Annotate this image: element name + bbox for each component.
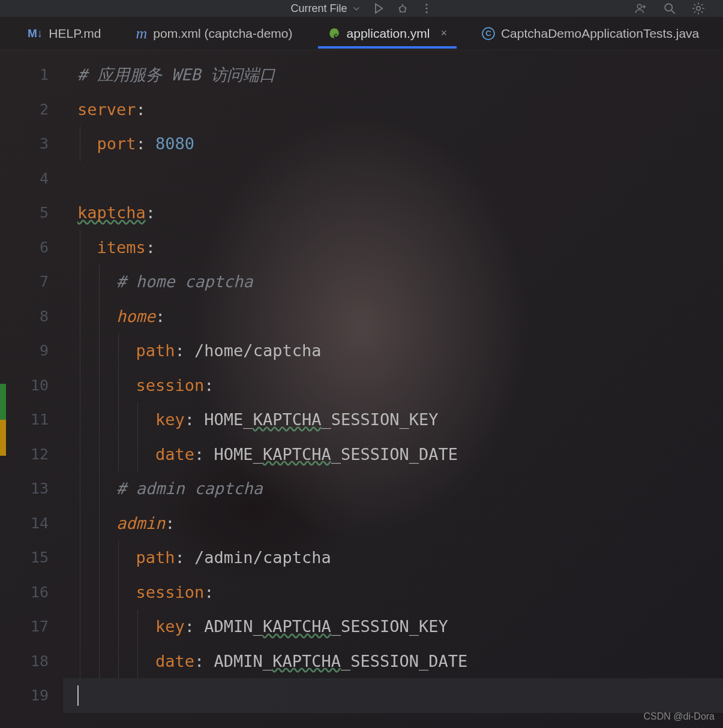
token-colon: : [175, 548, 195, 567]
add-user-icon[interactable] [634, 2, 647, 15]
line-number: 8 [0, 299, 63, 334]
chevron-down-icon [352, 4, 361, 13]
token-number: 8080 [155, 134, 194, 153]
token-key: admin [116, 514, 165, 533]
token-comment: # 应用服务 WEB 访问端口 [77, 64, 275, 86]
line-number: 6 [0, 230, 63, 265]
code-line[interactable]: path: /admin/captcha [63, 540, 723, 575]
code-line[interactable]: # home captcha [63, 264, 723, 299]
tab-application[interactable]: application.yml× [325, 19, 449, 48]
token-colon: : [136, 100, 146, 119]
code-line[interactable]: admin: [63, 506, 723, 541]
line-number: 5 [0, 195, 63, 230]
token-key: path [136, 341, 175, 360]
close-icon[interactable]: × [440, 27, 447, 40]
code-line[interactable]: # 应用服务 WEB 访问端口 [63, 58, 723, 92]
code-line[interactable]: path: /home/captcha [63, 333, 723, 368]
text-cursor [77, 685, 79, 706]
token-colon: : [155, 307, 165, 326]
code-line[interactable]: date: ADMIN_KAPTCHA_SESSION_DATE [63, 644, 723, 679]
line-number: 1 [0, 58, 63, 92]
line-number: 10 [0, 368, 63, 403]
line-number: 18 [0, 644, 63, 679]
line-number: 7 [0, 264, 63, 299]
token-colon: : [204, 583, 214, 601]
line-number: 11 [0, 402, 63, 437]
line-number: 13 [0, 471, 63, 506]
line-number: 16 [0, 575, 63, 610]
code-line[interactable] [63, 161, 723, 196]
token-value: /home/captcha [194, 341, 321, 360]
line-number: 9 [0, 333, 63, 368]
token-value: HOME_KAPTCHA_SESSION_DATE [214, 445, 458, 464]
gutter-marker-green [0, 384, 6, 420]
token-value: /admin/captcha [194, 548, 331, 567]
run-config-label: Current File [290, 2, 347, 15]
token-colon: : [194, 652, 214, 670]
tab-label: pom.xml (captcha-demo) [153, 26, 292, 41]
line-gutter: 12345678910111213141516171819 [0, 50, 63, 728]
code-line[interactable]: items: [63, 230, 723, 265]
gutter-marker-amber [0, 420, 6, 456]
markdown-icon: M↓ [28, 27, 43, 40]
spring-icon [328, 27, 341, 40]
settings-icon[interactable] [692, 2, 705, 15]
code-line[interactable]: session: [63, 575, 723, 610]
search-icon[interactable] [663, 2, 676, 15]
tab-label: HELP.md [49, 26, 101, 41]
code-line[interactable]: key: ADMIN_KAPTCHA_SESSION_KEY [63, 609, 723, 644]
run-icon[interactable] [373, 2, 385, 14]
token-colon: : [175, 341, 195, 360]
token-key: key [155, 410, 185, 429]
token-colon: : [146, 238, 155, 257]
token-colon: : [194, 445, 214, 464]
code-line[interactable]: date: HOME_KAPTCHA_SESSION_DATE [63, 437, 723, 472]
code-line[interactable]: # admin captcha [63, 471, 723, 506]
svg-point-5 [665, 4, 672, 11]
tab-help[interactable]: M↓HELP.md [25, 19, 104, 48]
line-number: 4 [0, 161, 63, 196]
editor-tabs: M↓HELP.mdmpom.xml (captcha-demo)applicat… [0, 17, 723, 50]
debug-icon[interactable] [397, 2, 409, 14]
code-line[interactable]: server: [63, 92, 723, 127]
maven-icon: m [136, 25, 148, 43]
line-number: 12 [0, 437, 63, 472]
more-icon[interactable] [421, 2, 433, 14]
svg-point-3 [425, 11, 427, 13]
svg-point-1 [425, 4, 427, 5]
token-key: session [136, 583, 205, 601]
code-line[interactable]: kaptcha: [63, 195, 723, 230]
tab-captchademoapplicationtests[interactable]: CCaptchaDemoApplicationTests.java [479, 19, 701, 48]
line-number: 3 [0, 127, 63, 161]
token-comment: # home captcha [116, 272, 253, 291]
code-content[interactable]: # 应用服务 WEB 访问端口server: port: 8080kaptcha… [63, 50, 723, 728]
tab-label: CaptchaDemoApplicationTests.java [501, 26, 699, 41]
line-number: 14 [0, 506, 63, 541]
token-comment: # admin captcha [116, 479, 263, 498]
token-key: date [155, 445, 194, 464]
token-colon: : [165, 514, 175, 533]
run-config-selector[interactable]: Current File [290, 2, 360, 15]
token-colon: : [185, 617, 205, 636]
token-colon: : [136, 134, 156, 153]
code-line[interactable]: session: [63, 368, 723, 403]
svg-text:C: C [485, 29, 491, 38]
token-colon: : [204, 376, 214, 395]
code-line[interactable] [63, 678, 723, 713]
token-value: ADMIN_KAPTCHA_SESSION_DATE [214, 652, 468, 670]
token-key: server [77, 100, 136, 119]
line-number: 17 [0, 609, 63, 644]
token-key: kaptcha [77, 203, 146, 222]
token-key: items [97, 238, 146, 257]
code-line[interactable]: port: 8080 [63, 127, 723, 161]
watermark: CSDN @di-Dora [644, 711, 715, 722]
tab-pom[interactable]: mpom.xml (captcha-demo) [134, 17, 295, 50]
code-line[interactable]: home: [63, 299, 723, 334]
token-value: HOME_KAPTCHA_SESSION_KEY [204, 410, 438, 429]
editor-area[interactable]: 12345678910111213141516171819 # 应用服务 WEB… [0, 50, 723, 728]
code-line[interactable]: key: HOME_KAPTCHA_SESSION_KEY [63, 402, 723, 437]
line-number: 2 [0, 92, 63, 127]
token-key: home [116, 307, 155, 326]
top-toolbar: Current File [0, 0, 723, 17]
tab-label: application.yml [347, 26, 430, 41]
